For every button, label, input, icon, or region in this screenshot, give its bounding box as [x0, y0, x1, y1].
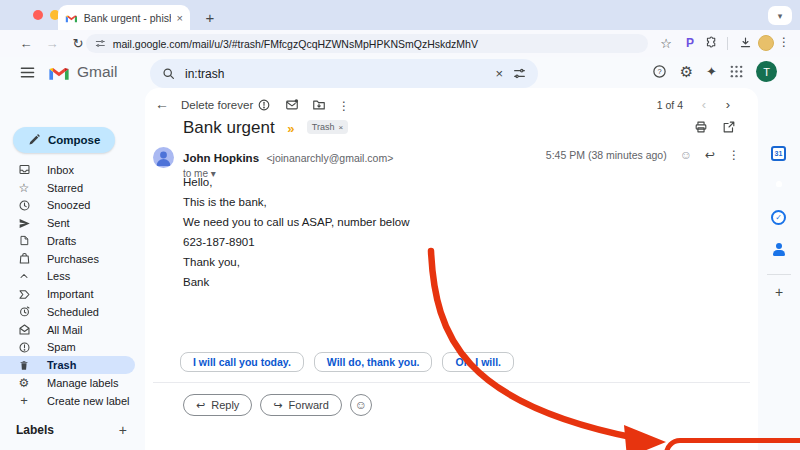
sidebar-item-trash[interactable]: Trash — [0, 356, 135, 374]
sidebar-item-snoozed[interactable]: Snoozed — [0, 197, 135, 215]
calendar-icon[interactable]: 31 — [771, 146, 787, 162]
reply-icon[interactable]: ↩ — [705, 148, 715, 162]
google-apps-icon[interactable] — [730, 65, 743, 78]
search-bar[interactable]: × — [150, 59, 538, 88]
manage-labels-icon: ⚙ — [17, 376, 31, 390]
delete-forever-button[interactable]: Delete forever — [181, 99, 253, 111]
browser-tab-strip: Bank urgent - phishly.test.do × + ▾ — [0, 0, 800, 30]
remove-label-icon[interactable]: × — [339, 123, 344, 132]
print-icon[interactable] — [694, 120, 708, 134]
address-bar[interactable] — [86, 34, 648, 53]
compose-label: Compose — [48, 134, 100, 146]
sidebar-item-label: Spam — [47, 341, 76, 353]
bookmark-star-icon[interactable]: ☆ — [660, 36, 672, 51]
get-addons-icon[interactable]: + — [771, 284, 787, 300]
new-tab-button[interactable]: + — [200, 7, 220, 27]
sidebar-item-manage-labels[interactable]: ⚙ Manage labels — [0, 374, 135, 392]
back-icon[interactable]: ← — [18, 35, 34, 51]
newer-email-icon[interactable]: ‹ — [702, 97, 706, 112]
search-input[interactable] — [185, 67, 485, 81]
keep-icon[interactable] — [771, 178, 787, 194]
mark-unread-icon[interactable] — [285, 98, 299, 112]
sidebar-item-all-mail[interactable]: All Mail — [0, 321, 135, 339]
reply-arrow-icon: ↩ — [196, 399, 205, 412]
report-spam-icon[interactable] — [257, 98, 271, 112]
pencil-icon — [28, 134, 40, 146]
sidebar-item-spam[interactable]: Spam — [0, 339, 135, 357]
email-body-line: Hello, — [183, 176, 583, 189]
open-in-new-icon[interactable] — [722, 120, 736, 134]
reply-label: Reply — [211, 399, 239, 411]
browser-menu-icon[interactable]: ⋮ — [778, 35, 790, 49]
forward-icon[interactable]: → — [44, 35, 60, 51]
browser-tab[interactable]: Bank urgent - phishly.test.do × — [58, 5, 190, 30]
move-to-folder-icon[interactable] — [312, 98, 326, 112]
settings-gear-icon[interactable]: ⚙ — [680, 63, 693, 81]
account-avatar[interactable]: T — [756, 61, 777, 82]
download-icon[interactable] — [739, 36, 752, 49]
gemini-sparkle-icon[interactable]: ✦ — [706, 64, 717, 79]
reply-button[interactable]: ↩ Reply — [183, 394, 252, 416]
tab-search-chevron[interactable]: ▾ — [768, 6, 792, 25]
add-label-icon[interactable]: + — [119, 422, 127, 438]
email-subject: Bank urgent — [183, 118, 275, 138]
sidebar-list: Inbox ☆ Starred Snoozed Sent Drafts Purc… — [0, 161, 135, 410]
older-email-icon[interactable]: › — [726, 97, 730, 112]
gmail-logo[interactable]: Gmail — [48, 63, 117, 81]
person-icon — [153, 147, 174, 168]
contacts-icon[interactable] — [771, 242, 787, 258]
forward-button[interactable]: ↪ Forward — [260, 394, 342, 416]
extensions-puzzle-icon[interactable] — [705, 36, 718, 49]
plus-icon: + — [17, 393, 31, 408]
sidebar-item-drafts[interactable]: Drafts — [0, 232, 135, 250]
help-icon[interactable]: ? — [652, 64, 667, 79]
gmail-m-icon — [48, 64, 70, 81]
search-options-icon[interactable] — [513, 67, 526, 80]
label-chip-trash[interactable]: Trash × — [307, 120, 348, 134]
reload-icon[interactable]: ↻ — [70, 35, 86, 51]
smart-reply-2[interactable]: Will do, thank you. — [314, 352, 433, 372]
smart-reply-3[interactable]: Ok, I will. — [442, 352, 514, 372]
sidebar-item-label: Create new label — [47, 395, 130, 407]
sidebar-item-inbox[interactable]: Inbox — [0, 161, 135, 179]
sidebar-item-sent[interactable]: Sent — [0, 214, 135, 232]
email-view: ← Delete forever ⋮ 1 of 4 ‹ › Bank urgen… — [145, 88, 758, 450]
sidebar-item-label: Purchases — [47, 253, 99, 265]
draft-icon — [17, 234, 31, 247]
window-close-button[interactable] — [33, 10, 43, 20]
add-reaction-icon[interactable]: ☺ — [680, 148, 692, 162]
browser-profile-avatar[interactable] — [758, 35, 774, 51]
main-menu-icon[interactable] — [20, 65, 35, 80]
purchases-icon — [17, 252, 31, 265]
sidebar-item-create-label[interactable]: + Create new label — [0, 392, 135, 410]
sender-row: John Hopkins <joinanarchly@gmail.com> to… — [183, 148, 748, 179]
email-toolbar: ← Delete forever ⋮ 1 of 4 ‹ › — [145, 96, 758, 116]
clear-search-icon[interactable]: × — [495, 66, 503, 81]
sidebar-item-label: Scheduled — [47, 306, 99, 318]
smart-reply-1[interactable]: I will call you today. — [180, 352, 304, 372]
more-options-icon[interactable]: ⋮ — [338, 99, 350, 113]
sidebar-item-starred[interactable]: ☆ Starred — [0, 179, 135, 197]
sidebar-item-scheduled[interactable]: Scheduled — [0, 303, 135, 321]
sidebar-item-purchases[interactable]: Purchases — [0, 250, 135, 268]
labels-header: Labels — [16, 423, 54, 437]
sender-avatar[interactable] — [153, 147, 174, 168]
sidebar-item-label: Starred — [47, 182, 83, 194]
extension-p-icon[interactable]: P — [686, 36, 694, 50]
sidebar-item-important[interactable]: Important — [0, 285, 135, 303]
compose-button[interactable]: Compose — [13, 127, 115, 153]
email-timestamp: 5:45 PM (38 minutes ago) — [546, 149, 667, 161]
clock-icon — [17, 199, 31, 212]
tasks-icon[interactable]: ✓ — [771, 210, 787, 226]
all-mail-icon — [17, 323, 31, 336]
message-more-icon[interactable]: ⋮ — [728, 148, 740, 162]
url-input[interactable] — [113, 38, 639, 50]
sidebar-item-less[interactable]: Less — [0, 268, 135, 286]
tab-title: Bank urgent - phishly.test.do — [84, 12, 171, 24]
sender-name[interactable]: John Hopkins — [183, 152, 259, 164]
emoji-reaction-button[interactable]: ☺ — [350, 394, 372, 416]
sidebar-item-label: Drafts — [47, 235, 76, 247]
tab-close-icon[interactable]: × — [177, 12, 183, 24]
email-body: Hello, This is the bank, We need you to … — [183, 176, 583, 296]
back-to-list-icon[interactable]: ← — [155, 96, 169, 112]
